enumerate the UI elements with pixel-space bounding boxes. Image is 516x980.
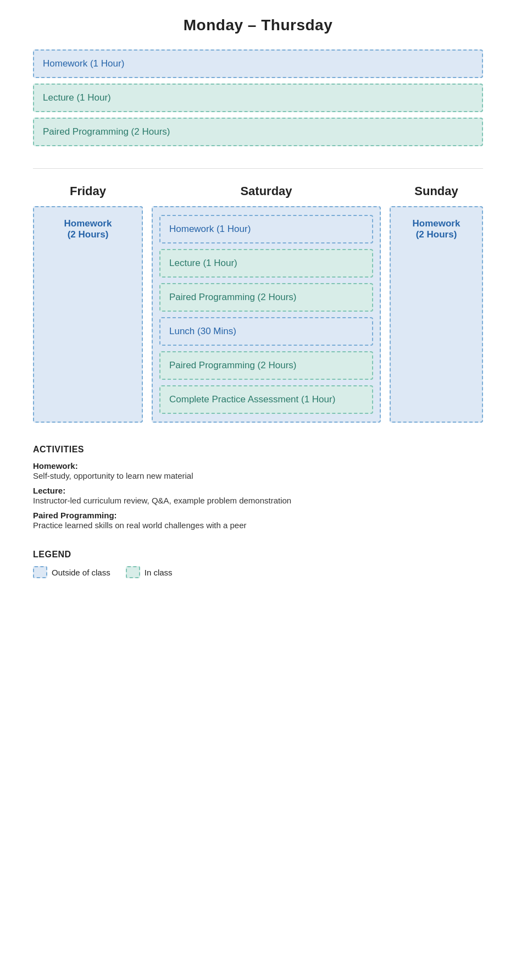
saturday-header: Saturday bbox=[152, 184, 381, 198]
mon-thu-activity-block: Homework (1 Hour) bbox=[33, 49, 483, 78]
mon-thu-section: Homework (1 Hour)Lecture (1 Hour)Paired … bbox=[33, 49, 483, 146]
activity-def-desc: Instructor-led curriculum review, Q&A, e… bbox=[33, 496, 483, 505]
page-title: Monday – Thursday bbox=[33, 16, 483, 34]
sunday-column: Sunday Homework(2 Hours) bbox=[390, 184, 483, 423]
saturday-activity-block: Paired Programming (2 Hours) bbox=[159, 283, 373, 312]
legend-swatch-outside bbox=[33, 566, 47, 578]
activity-definition: Lecture:Instructor-led curriculum review… bbox=[33, 486, 483, 505]
sunday-block-label: Homework(2 Hours) bbox=[413, 216, 460, 240]
legend-item-label: Outside of class bbox=[52, 568, 110, 577]
friday-content: Homework(2 Hours) bbox=[33, 206, 143, 423]
activity-def-title: Paired Programming: bbox=[33, 511, 117, 520]
saturday-content: Homework (1 Hour)Lecture (1 Hour)Paired … bbox=[152, 206, 381, 423]
friday-column: Friday Homework(2 Hours) bbox=[33, 184, 143, 423]
saturday-activity-block: Paired Programming (2 Hours) bbox=[159, 351, 373, 380]
friday-header: Friday bbox=[33, 184, 143, 198]
sunday-content: Homework(2 Hours) bbox=[390, 206, 483, 423]
legend-title: LEGEND bbox=[33, 550, 483, 560]
saturday-activity-block: Complete Practice Assessment (1 Hour) bbox=[159, 385, 373, 414]
saturday-activity-block: Lunch (30 Mins) bbox=[159, 317, 373, 346]
saturday-activity-block: Homework (1 Hour) bbox=[159, 215, 373, 243]
section-divider bbox=[33, 168, 483, 169]
saturday-column: Saturday Homework (1 Hour)Lecture (1 Hou… bbox=[152, 184, 381, 423]
legend-item-label: In class bbox=[145, 568, 173, 577]
weekend-section: Friday Homework(2 Hours) Saturday Homewo… bbox=[33, 184, 483, 423]
legend-item: Outside of class bbox=[33, 566, 110, 578]
legend-swatch-inclass bbox=[126, 566, 140, 578]
legend-items: Outside of classIn class bbox=[33, 566, 483, 578]
activity-definition: Homework:Self-study, opportunity to lear… bbox=[33, 461, 483, 480]
activities-section: ACTIVITIES Homework:Self-study, opportun… bbox=[33, 445, 483, 530]
activity-def-desc: Self-study, opportunity to learn new mat… bbox=[33, 471, 483, 480]
activity-def-title: Lecture: bbox=[33, 486, 65, 495]
activity-def-title: Homework: bbox=[33, 461, 78, 470]
legend-section: LEGEND Outside of classIn class bbox=[33, 550, 483, 578]
sunday-header: Sunday bbox=[390, 184, 483, 198]
activity-def-desc: Practice learned skills on real world ch… bbox=[33, 521, 483, 530]
activity-definition: Paired Programming:Practice learned skil… bbox=[33, 511, 483, 530]
activities-title: ACTIVITIES bbox=[33, 445, 483, 455]
mon-thu-activity-block: Paired Programming (2 Hours) bbox=[33, 118, 483, 146]
legend-item: In class bbox=[126, 566, 173, 578]
mon-thu-activity-block: Lecture (1 Hour) bbox=[33, 84, 483, 112]
saturday-activity-block: Lecture (1 Hour) bbox=[159, 249, 373, 278]
friday-block-label: Homework(2 Hours) bbox=[64, 216, 112, 240]
